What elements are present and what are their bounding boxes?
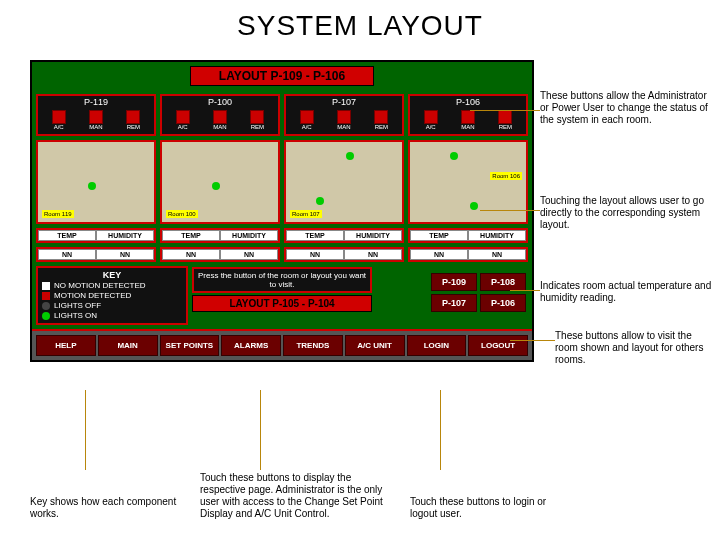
annotation: These buttons allow to visit the room sh… [555, 330, 715, 366]
annotation: These buttons allow the Administrator or… [540, 90, 710, 126]
arrow [510, 340, 555, 341]
room-btn[interactable]: P-106 [480, 294, 526, 312]
layout-header-2[interactable]: LAYOUT P-105 - P-104 [192, 295, 372, 312]
status-btn[interactable] [498, 110, 512, 124]
room-0: P-119A/CMANREM [36, 94, 156, 136]
nav-acunit[interactable]: A/C UNIT [345, 335, 405, 356]
reading: TEMPHUMIDITY [36, 228, 156, 243]
floorplan[interactable]: Room 107 [284, 140, 404, 224]
room-btn[interactable]: P-107 [431, 294, 477, 312]
room-header-row: P-119A/CMANREM P-100A/CMANREM P-107A/CMA… [32, 90, 532, 140]
status-btn[interactable] [424, 110, 438, 124]
arrow [85, 390, 86, 470]
status-btn[interactable] [213, 110, 227, 124]
room-button-grid: P-109 P-108 P-107 P-106 [431, 273, 526, 312]
status-btn[interactable] [374, 110, 388, 124]
reading-row: TEMPHUMIDITY TEMPHUMIDITY TEMPHUMIDITY T… [32, 228, 532, 247]
status-btn[interactable] [250, 110, 264, 124]
status-btn[interactable] [300, 110, 314, 124]
room-2: P-107A/CMANREM [284, 94, 404, 136]
caption: Key shows how each component works. [30, 496, 180, 520]
reading-val-row: NNNN NNNN NNNN NNNN [32, 247, 532, 266]
reading: TEMPHUMIDITY [408, 228, 528, 243]
room-btn[interactable]: P-108 [480, 273, 526, 291]
caption: Touch these buttons to display the respe… [200, 472, 390, 520]
nav-login[interactable]: LOGIN [407, 335, 467, 356]
room-1: P-100A/CMANREM [160, 94, 280, 136]
arrow [480, 210, 540, 211]
arrow [470, 110, 540, 111]
floorplan[interactable]: Room 106 [408, 140, 528, 224]
reading: TEMPHUMIDITY [284, 228, 404, 243]
page-title: SYSTEM LAYOUT [0, 10, 720, 42]
caption: Touch these buttons to login or logout u… [410, 496, 570, 520]
nav-setpoints[interactable]: SET POINTS [160, 335, 220, 356]
status-btn[interactable] [126, 110, 140, 124]
reading: TEMPHUMIDITY [160, 228, 280, 243]
nav-help[interactable]: HELP [36, 335, 96, 356]
nav-trends[interactable]: TRENDS [283, 335, 343, 356]
floorplan[interactable]: Room 100 [160, 140, 280, 224]
floorplan[interactable]: Room 119 [36, 140, 156, 224]
status-btn[interactable] [52, 110, 66, 124]
system-panel: LAYOUT P-109 - P-106 P-119A/CMANREM P-10… [30, 60, 534, 362]
room-btn[interactable]: P-109 [431, 273, 477, 291]
annotation: Touching the layout allows user to go di… [540, 195, 710, 231]
mid-area: Press the button of the room or layout y… [192, 267, 372, 312]
arrow [260, 390, 261, 470]
status-btn[interactable] [176, 110, 190, 124]
hint-text: Press the button of the room or layout y… [192, 267, 372, 293]
arrow [440, 390, 441, 470]
status-btn[interactable] [337, 110, 351, 124]
annotation: Indicates room actual temperature and hu… [540, 280, 715, 304]
floorplan-row: Room 119 Room 100 Room 107 Room 106 [32, 140, 532, 228]
status-btn[interactable] [461, 110, 475, 124]
nav-bar: HELP MAIN SET POINTS ALARMS TRENDS A/C U… [32, 329, 532, 360]
nav-alarms[interactable]: ALARMS [221, 335, 281, 356]
key-legend: KEY NO MOTION DETECTED MOTION DETECTED L… [36, 266, 188, 325]
room-3: P-106A/CMANREM [408, 94, 528, 136]
arrow [510, 290, 540, 291]
nav-main[interactable]: MAIN [98, 335, 158, 356]
status-btn[interactable] [89, 110, 103, 124]
layout-header: LAYOUT P-109 - P-106 [190, 66, 374, 86]
nav-logout[interactable]: LOGOUT [468, 335, 528, 356]
